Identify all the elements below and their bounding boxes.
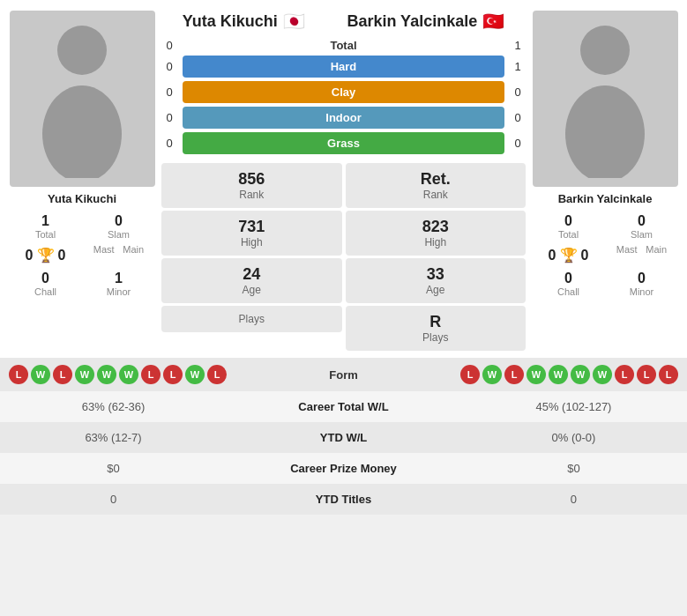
stats-row-2: $0 Career Prize Money $0: [0, 453, 687, 484]
form-badge-w: W: [119, 365, 138, 384]
grass-score-left: 0: [161, 137, 177, 150]
grass-score-right: 0: [510, 137, 526, 150]
bottom-stats-table: 63% (62-36) Career Total W/L 45% (102-12…: [0, 391, 687, 515]
left-mast-trophy-row: 0 🏆 0: [16, 244, 75, 266]
svg-point-1: [42, 85, 122, 178]
right-player-silhouette: [552, 19, 658, 178]
hard-score-left: 0: [161, 60, 177, 73]
right-flag: 🇹🇷: [482, 11, 504, 32]
left-flag: 🇯🇵: [283, 11, 305, 32]
right-trophy-icon: 🏆: [560, 247, 578, 263]
form-badge-l: L: [637, 365, 656, 384]
stats-row-3: 0 YTD Titles 0: [0, 484, 687, 515]
clay-row: 0 Clay 0: [161, 81, 526, 103]
left-player-name: Yuta Kikuchi: [48, 192, 116, 205]
stats-right-1: 0% (0-0): [460, 422, 687, 453]
indoor-row: 0 Indoor 0: [161, 107, 526, 129]
form-badge-l: L: [615, 365, 634, 384]
right-player-name-heading: Barkin Yalcinkale: [347, 12, 477, 31]
clay-badge: Clay: [183, 81, 504, 103]
grass-badge: Grass: [183, 132, 504, 154]
stats-left-2: $0: [0, 453, 227, 484]
form-label: Form: [309, 368, 379, 382]
form-badge-w: W: [549, 365, 568, 384]
form-badge-w: W: [482, 365, 502, 384]
stats-right-3: 0: [460, 484, 687, 515]
form-badge-w: W: [526, 365, 546, 384]
right-slam-stat: 0 Slam: [612, 211, 671, 242]
form-badge-l: L: [504, 365, 524, 384]
stats-label-3: YTD Titles: [227, 484, 460, 515]
hard-row: 0 Hard 1: [161, 56, 526, 78]
right-total-stat: 0 Total: [539, 211, 598, 242]
left-high-box: 731 High: [161, 211, 342, 256]
right-chall-stat: 0 Chall: [539, 268, 598, 300]
right-player-name: Barkin Yalcinkale: [558, 192, 653, 205]
right-player-photo: [533, 11, 678, 187]
left-player-photo: [10, 11, 155, 187]
right-mast-main-labels: Mast Main: [612, 244, 671, 266]
left-chall-stat: 0 Chall: [16, 268, 75, 300]
form-badge-l: L: [9, 365, 28, 384]
right-mast-trophy-row: 0 🏆 0: [539, 244, 598, 266]
total-label: Total: [183, 39, 504, 52]
right-player-heading: Barkin Yalcinkale 🇹🇷: [347, 11, 504, 32]
clay-score-right: 0: [510, 85, 526, 99]
form-badge-w: W: [97, 365, 116, 384]
left-mast-label: Mast Main: [89, 244, 148, 266]
hard-score-right: 1: [510, 60, 526, 73]
left-age-box: 24 Age: [161, 258, 342, 303]
right-minor-stat: 0 Minor: [612, 268, 671, 300]
left-minor-stat: 1 Minor: [89, 268, 148, 300]
stats-label-2: Career Prize Money: [227, 453, 460, 484]
right-form: LWLWWWWLLL: [385, 365, 679, 384]
left-form: LWLWWWLLWL: [9, 365, 303, 384]
center-stat-boxes: 856 Rank 731 High 24 Age Plays: [161, 163, 526, 351]
stats-right-0: 45% (102-127): [460, 391, 687, 422]
main-container: Yuta Kikuchi 1 Total 0 Slam 0 🏆 0: [0, 0, 687, 515]
stats-left-3: 0: [0, 484, 227, 515]
form-badge-w: W: [185, 365, 205, 384]
right-plays-box: R Plays: [346, 306, 526, 351]
left-player-stats: 1 Total 0 Slam 0 🏆 0 Mast Main: [7, 211, 157, 300]
left-total-stat: 1 Total: [16, 211, 75, 242]
svg-point-2: [580, 26, 630, 75]
stats-left-0: 63% (62-36): [0, 391, 227, 422]
stats-left-1: 63% (12-7): [0, 422, 227, 453]
form-section: LWLWWWLLWL Form LWLWWWWLLL: [0, 358, 687, 391]
left-rank-box: 856 Rank: [161, 163, 342, 208]
left-plays-box: Plays: [161, 306, 342, 332]
right-center-stats: Ret. Rank 823 High 33 Age R Plays: [346, 163, 526, 351]
right-age-box: 33 Age: [346, 258, 526, 303]
player-names-row: Yuta Kikuchi 🇯🇵 Barkin Yalcinkale 🇹🇷: [161, 11, 526, 32]
stats-right-2: $0: [460, 453, 687, 484]
clay-score-left: 0: [161, 85, 177, 99]
left-player-name-heading: Yuta Kikuchi: [183, 12, 278, 31]
form-badge-w: W: [593, 365, 612, 384]
svg-point-3: [565, 85, 645, 178]
left-player-block: Yuta Kikuchi 1 Total 0 Slam 0 🏆 0: [7, 11, 157, 351]
hard-badge: Hard: [183, 56, 504, 78]
form-badge-l: L: [141, 365, 161, 384]
left-player-silhouette: [29, 19, 135, 178]
total-row: 0 Total 1: [161, 39, 526, 52]
stats-row-1: 63% (12-7) YTD W/L 0% (0-0): [0, 422, 687, 453]
right-rank-box: Ret. Rank: [346, 163, 526, 208]
total-score-left: 0: [161, 39, 177, 52]
right-player-stats: 0 Total 0 Slam 0 🏆 0 Mast Main: [530, 211, 680, 300]
total-score-right: 1: [510, 39, 526, 52]
player-comparison-section: Yuta Kikuchi 1 Total 0 Slam 0 🏆 0: [0, 0, 687, 358]
form-badge-l: L: [207, 365, 227, 384]
right-player-block: Barkin Yalcinkale 0 Total 0 Slam 0 🏆 0: [530, 11, 680, 351]
right-high-box: 823 High: [346, 211, 526, 256]
left-slam-stat: 0 Slam: [89, 211, 148, 242]
center-block: Yuta Kikuchi 🇯🇵 Barkin Yalcinkale 🇹🇷 0 T…: [161, 11, 526, 351]
indoor-score-right: 0: [510, 111, 526, 124]
grass-row: 0 Grass 0: [161, 132, 526, 154]
stats-row-0: 63% (62-36) Career Total W/L 45% (102-12…: [0, 391, 687, 422]
svg-point-0: [57, 26, 107, 75]
form-badge-w: W: [571, 365, 590, 384]
form-badge-l: L: [163, 365, 183, 384]
indoor-score-left: 0: [161, 111, 177, 124]
form-badge-w: W: [31, 365, 50, 384]
